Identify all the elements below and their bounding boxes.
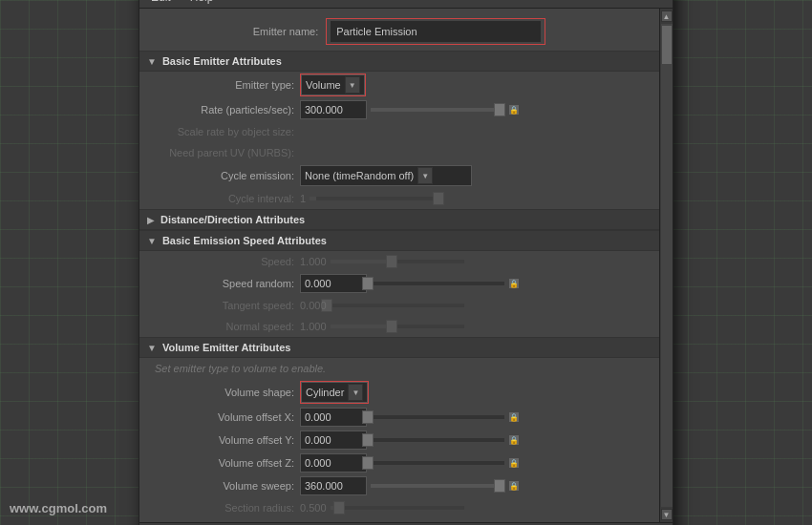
volume-offset-y-value: 🔒	[300, 430, 652, 450]
volume-offset-z-label: Volume offset Z:	[147, 457, 300, 469]
section-title-volume: Volume Emitter Attributes	[162, 342, 290, 353]
volume-offset-y-slider[interactable]	[371, 438, 504, 442]
rate-value: 🔒	[300, 100, 652, 119]
volume-offset-x-value: 🔒	[300, 408, 652, 427]
volume-offset-z-slider[interactable]	[371, 461, 504, 465]
section-title-distance: Distance/Direction Attributes	[160, 214, 305, 225]
speed-random-slider[interactable]	[371, 282, 504, 285]
content-area: Emitter name: ▼ Basic Emitter Attributes…	[139, 9, 673, 522]
scroll-thumb[interactable]	[662, 26, 672, 64]
scrollbar: ▲ ▼	[659, 9, 673, 522]
section-basic-emitter[interactable]: ▼ Basic Emitter Attributes	[139, 51, 659, 72]
volume-offset-x-input[interactable]	[300, 408, 367, 427]
section-emission-speed[interactable]: ▼ Basic Emission Speed Attributes	[139, 230, 659, 251]
set-emitter-msg-row: Set emitter type to volume to enable.	[139, 358, 659, 379]
volume-sweep-row: Volume sweep: 🔒	[139, 474, 659, 497]
tangent-speed-value: 0.000	[300, 300, 652, 311]
rate-slider[interactable]	[371, 108, 504, 112]
volume-offset-x-label: Volume offset X:	[147, 411, 300, 423]
volume-offset-x-lock[interactable]: 🔒	[508, 411, 520, 423]
section-arrow-speed: ▼	[147, 236, 157, 246]
volume-sweep-label: Volume sweep:	[147, 480, 300, 492]
volume-offset-x-row: Volume offset X: 🔒	[139, 406, 659, 429]
volume-shape-dropdown[interactable]: Cylinder ▼	[301, 382, 368, 403]
menu-help[interactable]: Help	[186, 0, 218, 5]
cycle-emission-dropdown[interactable]: None (timeRandom off) ▼	[300, 165, 472, 186]
rate-label: Rate (particles/sec):	[147, 104, 300, 116]
volume-offset-y-input[interactable]	[300, 430, 367, 450]
speed-random-label: Speed random:	[147, 278, 300, 289]
volume-shape-dropdown-value: Cylinder	[306, 387, 344, 398]
emitter-type-dropdown-box: Volume ▼	[300, 74, 366, 96]
cycle-emission-row: Cycle emission: None (timeRandom off) ▼	[139, 163, 659, 188]
section-distance-direction[interactable]: ▶ Distance/Direction Attributes	[139, 209, 659, 230]
need-parent-row: Need parent UV (NURBS):	[139, 142, 659, 163]
menu-bar: Edit Help	[139, 0, 673, 9]
speed-row: Speed: 1.000	[139, 251, 659, 272]
volume-offset-x-slider[interactable]	[371, 415, 504, 419]
set-emitter-msg: Set emitter type to volume to enable.	[147, 363, 652, 374]
speed-display: 1.000	[300, 256, 327, 267]
speed-random-input[interactable]	[300, 274, 367, 293]
normal-speed-display: 1.000	[300, 321, 327, 332]
speed-label: Speed:	[147, 256, 300, 267]
volume-shape-value: Cylinder ▼	[300, 381, 652, 404]
cycle-emission-arrow[interactable]: ▼	[417, 167, 433, 184]
section-radius-value: 0.500	[300, 502, 652, 514]
emitter-type-dropdown[interactable]: Volume ▼	[301, 74, 365, 95]
section-radius-display: 0.500	[300, 502, 327, 514]
section-radius-row: Section radius: 0.500	[139, 497, 659, 518]
form-scroll: Emitter name: ▼ Basic Emitter Attributes…	[139, 9, 659, 522]
cycle-interval-display: 1	[300, 193, 306, 204]
volume-sweep-value: 🔒	[300, 476, 652, 495]
speed-random-value: 🔒	[300, 274, 652, 293]
emitter-type-value: Volume ▼	[300, 74, 652, 96]
cycle-emission-label: Cycle emission:	[147, 170, 300, 181]
volume-offset-y-label: Volume offset Y:	[147, 434, 300, 446]
rate-row: Rate (particles/sec): 🔒	[139, 98, 659, 121]
scroll-track[interactable]	[661, 24, 673, 507]
speed-slider[interactable]	[331, 260, 464, 263]
emitter-type-dropdown-value: Volume	[306, 79, 341, 91]
tangent-speed-label: Tangent speed:	[147, 300, 300, 311]
volume-shape-highlight: Cylinder ▼	[300, 381, 369, 404]
cycle-interval-value: 1	[300, 193, 652, 204]
volume-offset-y-lock[interactable]: 🔒	[508, 434, 520, 446]
section-arrow-basic: ▼	[147, 56, 157, 67]
section-arrow-volume: ▼	[147, 343, 157, 353]
section-title-speed: Basic Emission Speed Attributes	[162, 235, 327, 246]
emitter-name-highlight	[326, 18, 545, 45]
volume-sweep-lock[interactable]: 🔒	[508, 480, 520, 492]
speed-random-lock[interactable]: 🔒	[508, 278, 520, 289]
cycle-interval-label: Cycle interval:	[147, 193, 300, 204]
scroll-up-button[interactable]: ▲	[661, 10, 673, 22]
rate-input[interactable]	[300, 100, 367, 119]
tangent-speed-slider[interactable]	[331, 304, 464, 307]
form-area: Emitter name: ▼ Basic Emitter Attributes…	[139, 9, 659, 522]
volume-sweep-slider[interactable]	[371, 484, 504, 488]
volume-offset-z-input[interactable]	[300, 453, 367, 472]
volume-shape-arrow[interactable]: ▼	[348, 384, 363, 401]
section-title-basic: Basic Emitter Attributes	[162, 55, 282, 67]
volume-sweep-input[interactable]	[300, 476, 367, 495]
normal-speed-value: 1.000	[300, 321, 652, 332]
speed-value: 1.000	[300, 256, 652, 267]
need-parent-label: Need parent UV (NURBS):	[147, 147, 300, 158]
cycle-interval-slider[interactable]	[310, 197, 443, 200]
normal-speed-label: Normal speed:	[147, 321, 300, 332]
volume-shape-row: Volume shape: Cylinder ▼	[139, 379, 659, 406]
emitter-name-input[interactable]	[331, 21, 541, 42]
section-radius-slider[interactable]	[331, 506, 464, 510]
emitter-name-row: Emitter name:	[139, 12, 659, 51]
rate-lock[interactable]: 🔒	[508, 104, 520, 116]
emitter-type-label: Emitter type:	[147, 79, 300, 91]
cycle-emission-value: None (timeRandom off) ▼	[300, 165, 652, 186]
normal-speed-slider[interactable]	[331, 325, 464, 328]
emitter-name-label: Emitter name:	[253, 26, 318, 37]
section-volume-emitter[interactable]: ▼ Volume Emitter Attributes	[139, 337, 659, 358]
emitter-type-dropdown-arrow[interactable]: ▼	[345, 76, 360, 94]
menu-edit[interactable]: Edit	[147, 0, 175, 5]
volume-offset-z-lock[interactable]: 🔒	[508, 457, 520, 469]
watermark: www.cgmol.com	[10, 501, 107, 515]
scroll-down-button[interactable]: ▼	[661, 509, 673, 520]
